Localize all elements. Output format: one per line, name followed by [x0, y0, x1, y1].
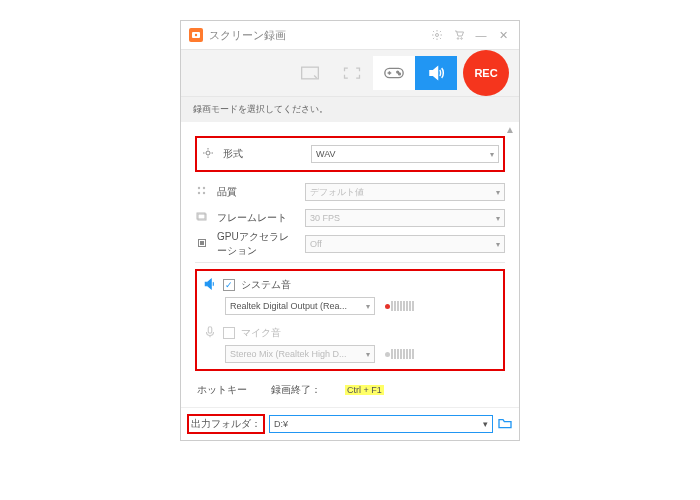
svg-point-11: [203, 187, 205, 189]
framerate-value: 30 FPS: [310, 213, 340, 223]
svg-point-2: [436, 34, 439, 37]
format-label: 形式: [223, 147, 303, 161]
output-folder-path: D:¥: [274, 419, 288, 429]
settings-panel: ▲ 形式 WAV ▾ 品質: [181, 122, 519, 407]
system-audio-block: システム音 Realtek Digital Output (Rea... ▾: [203, 277, 497, 315]
svg-rect-18: [208, 327, 212, 333]
system-audio-device-select[interactable]: Realtek Digital Output (Rea... ▾: [225, 297, 375, 315]
row-gpu: GPUアクセラレーション Off ▾: [195, 232, 505, 256]
output-folder-input[interactable]: D:¥ ▾: [269, 415, 493, 433]
row-framerate: フレームレート 30 FPS ▾: [195, 206, 505, 230]
output-folder-label-text: 出力フォルダ：: [191, 417, 261, 431]
mic-audio-checkbox[interactable]: [223, 327, 235, 339]
svg-point-4: [461, 38, 463, 40]
svg-point-10: [198, 187, 200, 189]
hotkey-label: ホットキー: [197, 383, 247, 397]
mode-region[interactable]: [289, 56, 331, 90]
gpu-icon: [195, 237, 209, 251]
mode-bar: REC: [181, 49, 519, 97]
chevron-down-icon: ▾: [483, 419, 488, 429]
cart-icon[interactable]: [451, 27, 467, 43]
format-icon: [201, 147, 215, 161]
settings-icon[interactable]: [429, 27, 445, 43]
highlight-format: 形式 WAV ▾: [195, 136, 505, 172]
gpu-label: GPUアクセラレーション: [217, 230, 297, 258]
instruction-text: 録画モードを選択してください。: [181, 97, 519, 122]
mic-audio-block: マイク音 Stereo Mix (Realtek High D... ▾: [203, 325, 497, 363]
format-value: WAV: [316, 149, 336, 159]
mic-icon: [203, 325, 217, 341]
svg-point-7: [397, 71, 399, 73]
speaker-icon: [203, 277, 217, 293]
window-title: スクリーン録画: [209, 28, 286, 43]
format-select[interactable]: WAV ▾: [311, 145, 499, 163]
hotkey-stop-label: 録画終了：: [271, 383, 321, 397]
mic-audio-meter: [385, 349, 414, 359]
framerate-label: フレームレート: [217, 211, 297, 225]
row-format: 形式 WAV ▾: [201, 142, 499, 166]
svg-point-8: [399, 73, 401, 75]
svg-rect-17: [201, 242, 204, 245]
system-audio-label: システム音: [241, 278, 291, 292]
mic-audio-label: マイク音: [241, 326, 281, 340]
divider: [195, 262, 505, 263]
mode-audio[interactable]: [415, 56, 457, 90]
chevron-down-icon: ▾: [496, 240, 500, 249]
system-audio-device: Realtek Digital Output (Rea...: [230, 301, 347, 311]
framerate-select: 30 FPS ▾: [305, 209, 505, 227]
footer: 出力フォルダ： D:¥ ▾: [181, 407, 519, 440]
gpu-value: Off: [310, 239, 322, 249]
hotkey-stop-key: Ctrl + F1: [345, 385, 384, 395]
chevron-down-icon: ▾: [496, 214, 500, 223]
record-label: REC: [474, 67, 497, 79]
system-audio-checkbox[interactable]: [223, 279, 235, 291]
svg-point-3: [457, 38, 459, 40]
scroll-up-icon[interactable]: ▲: [505, 124, 515, 135]
system-audio-meter: [385, 301, 414, 311]
mode-fullscreen[interactable]: [331, 56, 373, 90]
framerate-icon: [195, 211, 209, 225]
chevron-down-icon: ▾: [366, 350, 370, 359]
svg-point-12: [198, 192, 200, 194]
mode-game[interactable]: [373, 56, 415, 90]
row-quality: 品質 デフォルト値 ▾: [195, 180, 505, 204]
svg-point-1: [195, 34, 197, 36]
record-button[interactable]: REC: [463, 50, 509, 96]
minimize-button[interactable]: —: [473, 27, 489, 43]
gpu-select: Off ▾: [305, 235, 505, 253]
chevron-down-icon: ▾: [490, 150, 494, 159]
mic-audio-device-select: Stereo Mix (Realtek High D... ▾: [225, 345, 375, 363]
quality-value: デフォルト値: [310, 186, 364, 199]
output-folder-label: 出力フォルダ：: [187, 414, 265, 434]
quality-select: デフォルト値 ▾: [305, 183, 505, 201]
titlebar: スクリーン録画 — ✕: [181, 21, 519, 49]
quality-icon: [195, 185, 209, 199]
chevron-down-icon: ▾: [496, 188, 500, 197]
chevron-down-icon: ▾: [366, 302, 370, 311]
app-window: スクリーン録画 — ✕ REC 録画モードを選択してください。 ▲: [180, 20, 520, 441]
browse-folder-icon[interactable]: [497, 416, 513, 433]
highlight-audio: システム音 Realtek Digital Output (Rea... ▾: [195, 269, 505, 371]
quality-label: 品質: [217, 185, 297, 199]
svg-point-9: [206, 151, 210, 155]
app-icon: [189, 28, 203, 42]
hotkey-row: ホットキー 録画終了： Ctrl + F1: [195, 377, 505, 399]
close-button[interactable]: ✕: [495, 27, 511, 43]
svg-point-13: [203, 192, 205, 194]
mic-audio-device: Stereo Mix (Realtek High D...: [230, 349, 347, 359]
